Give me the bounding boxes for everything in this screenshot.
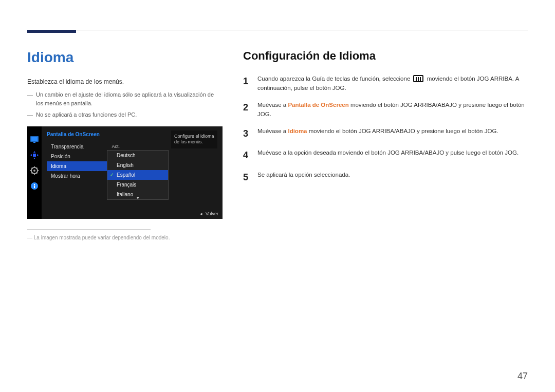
- step-body: Muévase a la opción deseada moviendo el …: [257, 148, 519, 163]
- svg-rect-1: [31, 137, 38, 141]
- osd-screenshot: Pantalla de OnScreen Transparencia Act. …: [27, 126, 223, 219]
- right-column: Configuración de Idioma 1 Cuando aparezc…: [243, 49, 528, 371]
- svg-rect-12: [34, 184, 35, 185]
- svg-marker-5: [30, 154, 32, 156]
- menu-icon: [413, 75, 423, 82]
- note-2: No se aplicará a otras funciones del PC.: [27, 110, 223, 119]
- step-highlight: Idioma: [288, 128, 307, 134]
- step-number: 5: [243, 170, 250, 185]
- move-icon: [30, 151, 39, 159]
- left-column: Idioma Establezca el idioma de los menús…: [27, 49, 223, 371]
- osd-item-value: Act.: [112, 144, 120, 150]
- chevron-down-icon: ▾: [137, 195, 139, 200]
- osd-back-button[interactable]: Volver: [200, 211, 218, 216]
- step-text: Muévase a la opción deseada moviendo el …: [257, 150, 519, 156]
- svg-marker-4: [33, 158, 35, 159]
- step-4: 4 Muévase a la opción deseada moviendo e…: [243, 148, 528, 163]
- step-text-pre: Muévase a: [257, 128, 288, 134]
- page-body: Idioma Establezca el idioma de los menús…: [27, 49, 528, 371]
- step-body: Muévase a Pantalla de OnScreen moviendo …: [257, 100, 528, 119]
- step-number: 4: [243, 148, 250, 163]
- osd-language-dropdown: Deutsch English Español Français Italian…: [107, 150, 169, 200]
- osd-sidebar: [27, 126, 42, 219]
- osd-item-label: Posición: [51, 154, 70, 159]
- step-number: 1: [243, 74, 250, 93]
- gear-icon: [30, 166, 39, 175]
- step-text-pre: Cuando aparezca la Guía de teclas de fun…: [257, 76, 412, 82]
- page-number: 47: [517, 371, 528, 382]
- osd-back-label: Volver: [206, 211, 218, 216]
- section-title-config: Configuración de Idioma: [243, 49, 528, 63]
- step-body: Muévase a Idioma moviendo el botón JOG A…: [257, 126, 498, 141]
- osd-lang-francais[interactable]: Français: [107, 180, 168, 190]
- osd-lang-english[interactable]: English: [107, 160, 168, 170]
- header-rule: [27, 30, 528, 30]
- step-1: 1 Cuando aparezca la Guía de teclas de f…: [243, 74, 528, 93]
- osd-item-label: Idioma: [51, 163, 66, 169]
- step-3: 3 Muévase a Idioma moviendo el botón JOG…: [243, 126, 528, 141]
- step-highlight: Pantalla de OnScreen: [288, 102, 348, 108]
- step-number: 2: [243, 100, 250, 119]
- step-5: 5 Se aplicará la opción seleccionada.: [243, 170, 528, 185]
- intro-text: Establezca el idioma de los menús.: [27, 78, 223, 85]
- osd-item-label: Transparencia: [51, 144, 84, 150]
- svg-marker-3: [33, 151, 35, 153]
- monitor-icon: [30, 136, 39, 144]
- step-body: Se aplicará la opción seleccionada.: [257, 170, 350, 185]
- note-1: Un cambio en el ajuste del idioma sólo s…: [27, 90, 223, 107]
- step-text-post: moviendo el botón JOG ARRIBA/ABAJO y pre…: [307, 128, 498, 134]
- svg-rect-11: [34, 185, 35, 188]
- osd-title: Pantalla de OnScreen: [47, 132, 100, 137]
- svg-marker-6: [37, 154, 39, 156]
- osd-lang-deutsch[interactable]: Deutsch: [107, 151, 168, 160]
- header-accent: [27, 30, 76, 33]
- svg-rect-7: [33, 154, 36, 157]
- footnote: La imagen mostrada puede variar dependie…: [27, 235, 223, 240]
- osd-tooltip: Configure el idioma de los menús.: [171, 130, 217, 148]
- step-number: 3: [243, 126, 250, 141]
- step-text-pre: Muévase a: [257, 102, 288, 108]
- footnote-separator: [27, 229, 151, 230]
- svg-point-9: [33, 170, 35, 172]
- osd-lang-espanol[interactable]: Español: [107, 170, 168, 180]
- step-body: Cuando aparezca la Guía de teclas de fun…: [257, 74, 528, 93]
- info-icon: [30, 182, 39, 190]
- step-2: 2 Muévase a Pantalla de OnScreen moviend…: [243, 100, 528, 119]
- osd-item-label: Mostrar hora: [51, 173, 80, 179]
- step-text: Se aplicará la opción seleccionada.: [257, 172, 350, 178]
- section-title-idioma: Idioma: [27, 49, 223, 66]
